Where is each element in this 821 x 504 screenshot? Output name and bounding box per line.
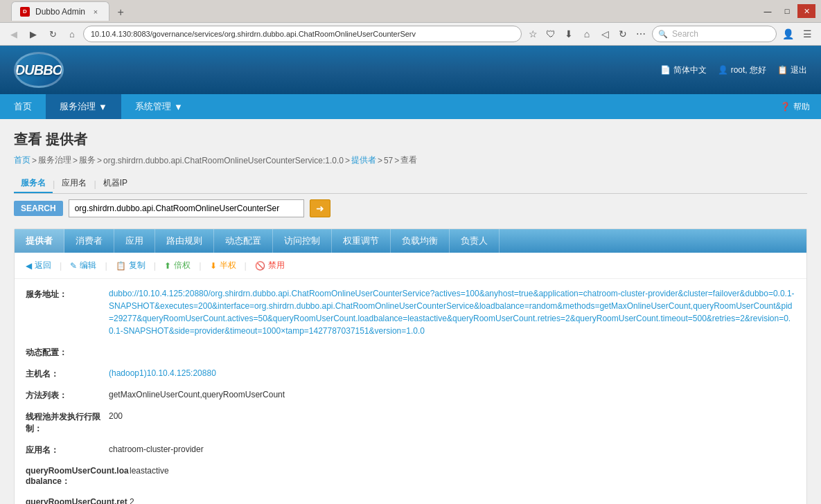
panel-tab-dynamic[interactable]: 动态配置	[214, 229, 273, 253]
service-address-row: 服务地址： dubbo://10.10.4.125:20880/org.shir…	[26, 287, 795, 337]
dynamic-config-label: 动态配置：	[26, 345, 109, 359]
header-right: 📄 简体中文 👤 root, 您好 📋 退出	[660, 64, 807, 76]
panel-tab-consumer[interactable]: 消费者	[64, 229, 114, 253]
service-address-link[interactable]: dubbo://10.10.4.125:20880/org.shirdrn.du…	[109, 289, 795, 336]
breadcrumb-sep-5: >	[378, 156, 382, 165]
thread-pool-label: 线程池并发执行行限制：	[26, 410, 109, 435]
forward-button[interactable]: ▶	[25, 26, 42, 42]
search-go-icon: ➜	[316, 203, 324, 214]
search-tabs: 服务名 | 应用名 | 机器IP	[14, 174, 807, 194]
double-weight-label: 倍权	[174, 260, 191, 271]
back-button[interactable]: ◀	[6, 26, 22, 42]
user-label: root, 您好	[731, 64, 766, 76]
user-info[interactable]: 👤 root, 您好	[718, 64, 766, 76]
panel-tab-app[interactable]: 应用	[114, 229, 155, 253]
home-button[interactable]: ⌂	[64, 26, 80, 42]
panel-tab-row: 提供者 消费者 应用 路由规则 动态配置 访问控制 权重调节 负载均衡 负责人	[15, 229, 806, 253]
double-weight-action[interactable]: ⬆ 倍权	[164, 260, 191, 271]
logo-text: DUBBO	[15, 62, 62, 78]
panel-tab-route[interactable]: 路由规则	[155, 229, 214, 253]
user-icon[interactable]: 👤	[779, 26, 796, 42]
panel-tab-provider[interactable]: 提供者	[15, 229, 64, 253]
panel-tab-weight[interactable]: 权重调节	[332, 229, 391, 253]
search-bar-row: SEARCH ➜	[14, 199, 807, 217]
panel-tab-owner[interactable]: 负责人	[450, 229, 500, 253]
url-text: 10.10.4.130:8083/governance/services/org…	[91, 30, 416, 38]
breadcrumb-governance: 服务治理	[38, 154, 71, 166]
lang-switcher[interactable]: 📄 简体中文	[660, 64, 707, 76]
search-tab-app[interactable]: 应用名	[55, 174, 94, 193]
more-icon[interactable]: ⋯	[633, 26, 649, 42]
breadcrumb-sep-4: >	[345, 156, 350, 165]
bookmark-icon[interactable]: ☆	[524, 26, 541, 42]
maximize-button[interactable]: □	[778, 4, 796, 18]
logo-circle: DUBBO	[14, 52, 64, 88]
query-retries-label: queryRoomUserCount.retries：	[26, 496, 130, 504]
menu-icon[interactable]: ☰	[799, 26, 815, 42]
breadcrumb-sep-2: >	[73, 156, 78, 165]
user-icon: 👤	[718, 65, 728, 75]
edit-action[interactable]: ✎ 编辑	[70, 260, 96, 271]
tab-panel: 提供者 消费者 应用 路由规则 动态配置 访问控制 权重调节 负载均衡 负责人 …	[14, 228, 807, 504]
action-bar: ◀ 返回 | ✎ 编辑 | 📋 复制 | ⬆ 倍权 |	[15, 253, 806, 279]
nav-item-governance[interactable]: 服务治理 ▼	[46, 94, 121, 119]
logout-link[interactable]: 📋 退出	[777, 64, 807, 76]
disable-action[interactable]: 🚫 禁用	[255, 260, 285, 271]
panel-tab-access[interactable]: 访问控制	[273, 229, 332, 253]
search-bar[interactable]: 🔍 Search	[652, 26, 777, 42]
shield-icon[interactable]: 🛡	[542, 26, 559, 42]
tab-title: Dubbo Admin	[35, 7, 85, 17]
search-label: SEARCH	[14, 201, 63, 216]
breadcrumb-provider[interactable]: 提供者	[351, 154, 376, 166]
address-bar[interactable]: 10.10.4.130:8083/governance/services/org…	[83, 26, 522, 42]
search-icon: 🔍	[658, 30, 668, 39]
app-name-value: chatroom-cluster-provider	[109, 443, 795, 456]
nav-item-home[interactable]: 首页	[0, 94, 46, 119]
reload-button[interactable]: ↻	[44, 26, 61, 42]
nav-governance-arrow: ▼	[98, 102, 107, 112]
active-tab[interactable]: D Dubbo Admin ×	[11, 1, 109, 21]
methods-label: 方法列表：	[26, 388, 109, 402]
detail-section: 服务地址： dubbo://10.10.4.125:20880/org.shir…	[15, 279, 806, 504]
breadcrumb-service: 服务	[79, 154, 96, 166]
edit-label: 编辑	[80, 260, 96, 271]
nav-home-label: 首页	[14, 100, 32, 113]
page-content: 查看 提供者 首页 > 服务治理 > 服务 > org.shirdrn.dubb…	[0, 119, 821, 504]
new-tab-button[interactable]: +	[112, 4, 129, 21]
edit-icon: ✎	[70, 261, 77, 271]
hostname-value: (hadoop1)10.10.4.125:20880	[109, 367, 795, 379]
breadcrumb: 首页 > 服务治理 > 服务 > org.shirdrn.dubbo.api.C…	[14, 154, 807, 166]
download-icon[interactable]: ⬇	[560, 26, 577, 42]
methods-row: 方法列表： getMaxOnlineUserCount,queryRoomUse…	[26, 388, 795, 402]
lang-icon: 📄	[660, 65, 671, 75]
copy-action[interactable]: 📋 复制	[116, 260, 145, 271]
home2-icon[interactable]: ⌂	[579, 26, 595, 42]
double-weight-icon: ⬆	[164, 261, 171, 271]
panel-tab-loadbalance[interactable]: 负载均衡	[391, 229, 450, 253]
help-label: 帮助	[793, 101, 810, 113]
service-address-label: 服务地址：	[26, 287, 109, 300]
help-button[interactable]: ❓ 帮助	[769, 94, 821, 119]
minimize-button[interactable]: —	[759, 4, 777, 18]
disable-label: 禁用	[268, 260, 285, 271]
close-button[interactable]: ✕	[797, 4, 815, 18]
browser-nav-bar: ◀ ▶ ↻ ⌂ 10.10.4.130:8083/governance/serv…	[0, 22, 821, 46]
copy-label: 复制	[129, 260, 145, 271]
hostname-link[interactable]: (hadoop1)10.10.4.125:20880	[109, 368, 216, 378]
search-go-button[interactable]: ➜	[310, 199, 330, 217]
half-weight-action[interactable]: ⬇ 半权	[210, 260, 236, 271]
search-tab-service[interactable]: 服务名	[14, 174, 53, 193]
breadcrumb-home[interactable]: 首页	[14, 154, 30, 166]
disable-icon: 🚫	[255, 261, 265, 271]
tab-bar: D Dubbo Admin × +	[6, 1, 134, 21]
search-tab-ip[interactable]: 机器IP	[96, 174, 134, 193]
nav-item-system[interactable]: 系统管理 ▼	[121, 94, 197, 119]
back-action[interactable]: ◀ 返回	[26, 260, 51, 271]
breadcrumb-service-name: org.shirdrn.dubbo.api.ChatRoomOnlineUser…	[103, 156, 344, 165]
refresh-icon[interactable]: ↻	[615, 26, 631, 42]
tab-close-button[interactable]: ×	[91, 7, 100, 17]
search-input[interactable]	[69, 199, 304, 217]
page-title: 查看 提供者	[14, 130, 807, 149]
back2-icon[interactable]: ◁	[597, 26, 613, 42]
service-address-value: dubbo://10.10.4.125:20880/org.shirdrn.du…	[109, 287, 795, 337]
